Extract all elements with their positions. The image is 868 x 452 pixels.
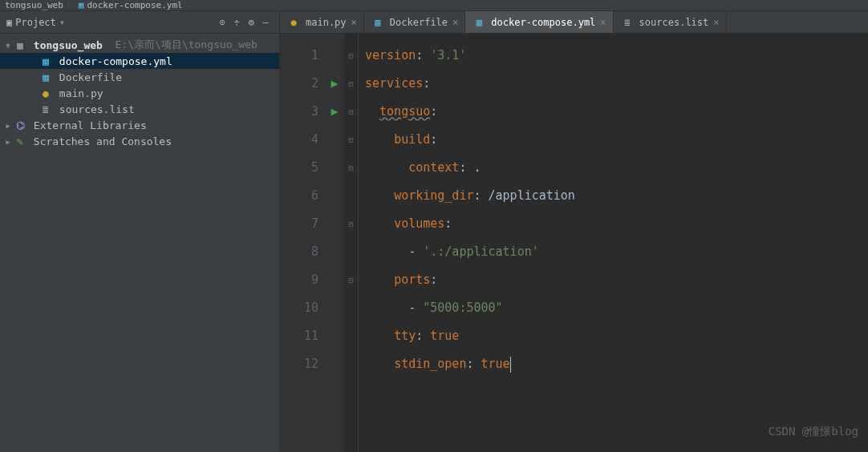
chevron-right-icon[interactable]: ▸	[3, 135, 13, 147]
scratch-icon: ✎	[13, 135, 27, 147]
line-number-gutter[interactable]: 123456789101112	[280, 34, 325, 452]
tab-label: main.py	[306, 17, 347, 28]
tree-file-main.py[interactable]: ● main.py	[0, 85, 279, 101]
chevron-down-icon[interactable]: ▾	[3, 39, 13, 51]
select-opened-file-icon[interactable]: ⊙	[215, 15, 229, 30]
run-gutter[interactable]: ▶▶	[325, 34, 344, 452]
tree-extra-External Libraries[interactable]: ▸ ⌬ External Libraries	[0, 117, 279, 133]
chevron-down-icon[interactable]: ▾	[59, 17, 65, 28]
line-number[interactable]: 3	[280, 98, 318, 126]
text-icon: ≣	[620, 17, 635, 28]
tree-file-Dockerfile[interactable]: ▦ Dockerfile	[0, 69, 279, 85]
line-number[interactable]: 12	[280, 350, 318, 378]
expand-all-icon[interactable]: ÷	[229, 15, 244, 30]
close-icon[interactable]: ×	[452, 17, 458, 28]
line-number[interactable]: 11	[280, 322, 318, 350]
sidebar-title: Project	[15, 17, 56, 28]
close-icon[interactable]: ×	[713, 17, 719, 28]
line-number[interactable]: 7	[280, 210, 318, 238]
code-line[interactable]: - "5000:5000"	[365, 294, 860, 322]
run-line-icon[interactable]: ▶	[325, 70, 344, 98]
breadcrumb-file-icon: ▦	[79, 0, 84, 10]
run-line-icon[interactable]	[325, 350, 344, 378]
fold-toggle[interactable]	[344, 182, 358, 210]
run-line-icon[interactable]	[325, 210, 344, 238]
run-line-icon[interactable]	[325, 42, 344, 70]
lib-icon: ⌬	[13, 119, 27, 131]
line-number[interactable]: 8	[280, 238, 318, 266]
fold-toggle[interactable]: ⊟	[344, 210, 358, 238]
tree-file-label: docker-compose.yml	[53, 55, 172, 67]
fold-toggle[interactable]	[344, 294, 358, 322]
sidebar-header: ▣ Project ▾ ⊙ ÷ ⚙ —	[0, 11, 279, 34]
fold-toggle[interactable]: ⊟	[344, 126, 358, 154]
tree-file-label: Dockerfile	[53, 71, 122, 83]
close-icon[interactable]: ×	[351, 17, 357, 28]
text-icon: ≣	[39, 103, 53, 115]
run-line-icon[interactable]	[325, 126, 344, 154]
code-line[interactable]: stdin_open: true	[365, 350, 860, 378]
line-number[interactable]: 4	[280, 126, 318, 154]
code-line[interactable]: services:	[365, 70, 860, 98]
tree-root[interactable]: ▾ ■ tongsuo_web E:\亲而\项目\tongsuo_web	[0, 37, 279, 53]
project-tree[interactable]: ▾ ■ tongsuo_web E:\亲而\项目\tongsuo_web ▦ d…	[0, 34, 279, 152]
docker-icon: ▦	[371, 17, 385, 28]
gear-icon[interactable]: ⚙	[244, 15, 258, 30]
fold-toggle[interactable]	[344, 322, 358, 350]
tree-file-label: main.py	[53, 87, 103, 99]
code-line[interactable]: context: .	[365, 154, 860, 182]
python-icon: ●	[39, 87, 53, 99]
code-line[interactable]: ports:	[365, 266, 860, 294]
fold-gutter[interactable]: ⊟⊟⊟⊟⊟⊟⊟	[344, 34, 359, 452]
text-cursor	[510, 357, 511, 373]
editor-area: ● main.py × ▦ Dockerfile × ▦ docker-comp…	[280, 11, 868, 452]
tab-main.py[interactable]: ● main.py ×	[280, 11, 364, 33]
line-number[interactable]: 1	[280, 42, 318, 70]
fold-toggle[interactable]	[344, 238, 358, 266]
line-number[interactable]: 5	[280, 154, 318, 182]
tree-file-docker-compose.yml[interactable]: ▦ docker-compose.yml	[0, 53, 279, 69]
line-number[interactable]: 2	[280, 70, 318, 98]
folder-icon: ■	[13, 39, 27, 51]
code-line[interactable]: tongsuo:	[365, 98, 860, 126]
run-line-icon[interactable]	[325, 322, 344, 350]
breadcrumb-file[interactable]: docker-compose.yml	[87, 0, 182, 10]
tab-docker-compose.yml[interactable]: ▦ docker-compose.yml ×	[465, 11, 613, 33]
code-line[interactable]: tty: true	[365, 322, 860, 350]
line-number[interactable]: 6	[280, 182, 318, 210]
fold-toggle[interactable]: ⊟	[344, 70, 358, 98]
fold-toggle[interactable]: ⊟	[344, 98, 358, 126]
fold-toggle[interactable]: ⊟	[344, 266, 358, 294]
code-line[interactable]: build:	[365, 126, 860, 154]
code-line[interactable]: volumes:	[365, 210, 860, 238]
line-number[interactable]: 9	[280, 266, 318, 294]
run-line-icon[interactable]	[325, 154, 344, 182]
project-sidebar: ▣ Project ▾ ⊙ ÷ ⚙ — ▾ ■ tongsuo_web E:\亲…	[0, 11, 280, 452]
breadcrumb-project[interactable]: tongsuo_web	[5, 0, 63, 10]
minimize-icon[interactable]: —	[258, 15, 273, 30]
docker-icon: ▦	[39, 71, 53, 83]
run-line-icon[interactable]	[325, 238, 344, 266]
run-line-icon[interactable]	[325, 182, 344, 210]
code-content[interactable]: version: '3.1'services: tongsuo: build: …	[359, 34, 868, 452]
fold-toggle[interactable]	[344, 350, 358, 378]
code-line[interactable]: - '.:/application'	[365, 238, 860, 266]
fold-toggle[interactable]: ⊟	[344, 154, 358, 182]
close-icon[interactable]: ×	[600, 17, 606, 28]
run-line-icon[interactable]	[325, 266, 344, 294]
fold-toggle[interactable]: ⊟	[344, 42, 358, 70]
tree-extra-label: Scratches and Consoles	[27, 135, 172, 147]
run-line-icon[interactable]	[325, 294, 344, 322]
python-icon: ●	[286, 17, 301, 28]
tree-extra-Scratches and Consoles[interactable]: ▸ ✎ Scratches and Consoles	[0, 133, 279, 149]
run-line-icon[interactable]: ▶	[325, 98, 344, 126]
tab-Dockerfile[interactable]: ▦ Dockerfile ×	[364, 11, 465, 33]
code-line[interactable]: version: '3.1'	[365, 42, 860, 70]
yaml-icon: ▦	[472, 17, 486, 28]
tab-sources.list[interactable]: ≣ sources.list ×	[614, 11, 727, 33]
code-line[interactable]: working_dir: /application	[365, 182, 860, 210]
chevron-right-icon[interactable]: ▸	[3, 119, 13, 131]
breadcrumb: tongsuo_web 〉 ▦ docker-compose.yml	[0, 0, 868, 11]
line-number[interactable]: 10	[280, 294, 318, 322]
tree-file-sources.list[interactable]: ≣ sources.list	[0, 101, 279, 117]
